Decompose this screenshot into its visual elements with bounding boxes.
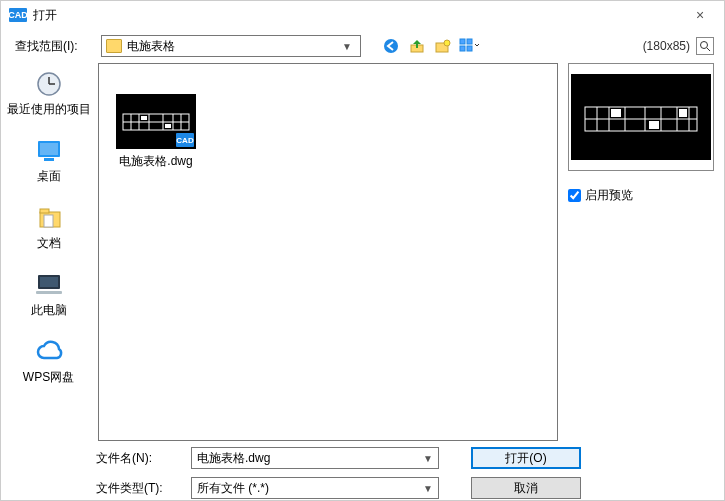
lookup-row: 查找范围(I): 电施表格 ▼ (180x85) <box>1 29 724 61</box>
sidebar-item-label: 最近使用的项目 <box>7 101 91 118</box>
enable-preview-label: 启用预览 <box>585 187 633 204</box>
svg-rect-15 <box>44 158 54 161</box>
title-bar: CAD 打开 × <box>1 1 724 29</box>
sidebar-item-documents[interactable]: 文档 <box>1 201 96 254</box>
svg-point-3 <box>444 40 450 46</box>
folder-icon <box>106 39 122 53</box>
cancel-button[interactable]: 取消 <box>471 477 581 499</box>
documents-icon <box>32 203 66 233</box>
chevron-down-icon: ▼ <box>423 483 433 494</box>
svg-rect-17 <box>40 209 49 213</box>
cloud-icon <box>32 337 66 367</box>
cad-badge-icon: CAD <box>176 133 194 147</box>
svg-rect-41 <box>611 109 621 117</box>
svg-rect-14 <box>40 143 58 155</box>
back-icon[interactable] <box>381 36 401 56</box>
preview-dimensions: (180x85) <box>643 39 690 53</box>
filename-value: 电施表格.dwg <box>197 450 270 467</box>
svg-point-0 <box>384 39 398 53</box>
views-icon[interactable] <box>459 36 479 56</box>
open-button[interactable]: 打开(O) <box>471 447 581 469</box>
file-list[interactable]: CAD 电施表格.dwg <box>98 63 558 441</box>
sidebar-item-label: 桌面 <box>37 168 61 185</box>
svg-rect-7 <box>467 46 472 51</box>
svg-rect-18 <box>44 215 53 227</box>
filename-input[interactable]: 电施表格.dwg ▼ <box>191 447 439 469</box>
computer-icon <box>32 270 66 300</box>
filetype-value: 所有文件 (*.*) <box>197 480 269 497</box>
svg-rect-43 <box>679 109 687 117</box>
sidebar-item-label: 文档 <box>37 235 61 252</box>
svg-line-9 <box>707 48 710 51</box>
new-folder-icon[interactable] <box>433 36 453 56</box>
clock-icon <box>32 69 66 99</box>
file-thumbnail: CAD <box>116 94 196 149</box>
desktop-icon <box>32 136 66 166</box>
enable-preview-checkbox[interactable]: 启用预览 <box>568 187 714 204</box>
toolbar-icons <box>381 36 479 56</box>
sidebar-item-label: WPS网盘 <box>23 369 74 386</box>
filetype-label: 文件类型(T): <box>96 480 181 497</box>
svg-point-8 <box>701 42 708 49</box>
lookup-label: 查找范围(I): <box>15 38 95 55</box>
enable-preview-input[interactable] <box>568 189 581 202</box>
up-icon[interactable] <box>407 36 427 56</box>
window-title: 打开 <box>33 7 684 24</box>
preview-panel: 启用预览 <box>558 61 724 441</box>
file-label: 电施表格.dwg <box>119 153 192 170</box>
sidebar-item-thispc[interactable]: 此电脑 <box>1 268 96 321</box>
bottom-panel: 文件名(N): 电施表格.dwg ▼ 打开(O) 文件类型(T): 所有文件 (… <box>1 441 724 501</box>
lookup-value: 电施表格 <box>127 38 338 55</box>
svg-rect-5 <box>467 39 472 44</box>
chevron-down-icon: ▼ <box>423 453 433 464</box>
svg-rect-4 <box>460 39 465 44</box>
sidebar-item-label: 此电脑 <box>31 302 67 319</box>
chevron-down-icon: ▼ <box>338 41 356 52</box>
filetype-select[interactable]: 所有文件 (*.*) ▼ <box>191 477 439 499</box>
sidebar: 最近使用的项目 桌面 文档 此电脑 WPS网盘 <box>1 61 96 441</box>
sidebar-item-wps[interactable]: WPS网盘 <box>1 335 96 388</box>
svg-rect-20 <box>40 277 58 287</box>
svg-rect-21 <box>36 291 62 294</box>
app-icon: CAD <box>9 8 27 22</box>
preview-image <box>571 74 711 160</box>
preview-box <box>568 63 714 171</box>
svg-rect-6 <box>460 46 465 51</box>
svg-rect-30 <box>141 116 147 120</box>
sidebar-item-desktop[interactable]: 桌面 <box>1 134 96 187</box>
sidebar-item-recent[interactable]: 最近使用的项目 <box>1 67 96 120</box>
magnify-icon[interactable] <box>696 37 714 55</box>
filename-label: 文件名(N): <box>96 450 181 467</box>
close-button[interactable]: × <box>684 7 716 23</box>
svg-rect-31 <box>165 124 171 128</box>
file-item[interactable]: CAD 电施表格.dwg <box>111 94 201 170</box>
lookup-combo[interactable]: 电施表格 ▼ <box>101 35 361 57</box>
svg-rect-42 <box>649 121 659 129</box>
